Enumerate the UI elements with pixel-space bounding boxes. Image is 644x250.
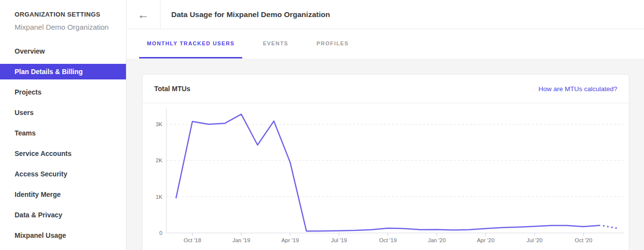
sidebar-item-identity-merge[interactable]: Identity Merge — [0, 187, 126, 202]
svg-text:1K: 1K — [156, 194, 162, 200]
tab-profiles[interactable]: PROFILES — [309, 29, 357, 58]
svg-text:Oct '18: Oct '18 — [183, 237, 201, 243]
card-header: Total MTUs How are MTUs calculated? — [143, 75, 629, 103]
svg-text:Oct '19: Oct '19 — [379, 237, 396, 243]
svg-text:0: 0 — [160, 230, 162, 236]
sidebar-nav: Overview Plan Details & Billing Projects… — [0, 43, 126, 243]
sidebar-item-teams[interactable]: Teams — [0, 125, 126, 141]
sidebar-org-name: Mixpanel Demo Organization — [0, 23, 126, 31]
sidebar-item-overview[interactable]: Overview — [0, 43, 126, 59]
svg-text:Apr '19: Apr '19 — [281, 237, 299, 243]
sidebar-item-plan-details-billing[interactable]: Plan Details & Billing — [0, 64, 126, 79]
main-panel: ← Data Usage for Mixpanel Demo Organizat… — [126, 0, 644, 250]
svg-text:2K: 2K — [156, 157, 162, 163]
mtu-line-chart: 01K2K3KOct '18Jan '19Apr '19Jul '19Oct '… — [143, 103, 629, 250]
back-arrow-icon: ← — [138, 9, 149, 20]
sidebar-item-access-security[interactable]: Access Security — [0, 166, 126, 182]
svg-text:Jul '19: Jul '19 — [331, 237, 347, 243]
tab-bar: MONTHLY TRACKED USERS EVENTS PROFILES — [126, 29, 644, 58]
tab-monthly-tracked-users[interactable]: MONTHLY TRACKED USERS — [139, 29, 242, 58]
content-area: Total MTUs How are MTUs calculated? 01K2… — [126, 58, 644, 250]
page-header: ← Data Usage for Mixpanel Demo Organizat… — [126, 0, 644, 29]
chart-area: 01K2K3KOct '18Jan '19Apr '19Jul '19Oct '… — [143, 103, 629, 250]
sidebar-item-projects[interactable]: Projects — [0, 84, 126, 100]
sidebar-section-title: ORGANIZATION SETTINGS — [0, 11, 126, 18]
svg-text:Jul '20: Jul '20 — [527, 237, 543, 243]
back-button[interactable]: ← — [126, 0, 161, 29]
sidebar: ORGANIZATION SETTINGS Mixpanel Demo Orga… — [0, 0, 126, 250]
sidebar-item-mixpanel-usage[interactable]: Mixpanel Usage — [0, 228, 126, 243]
mtu-card: Total MTUs How are MTUs calculated? 01K2… — [142, 74, 629, 250]
app-root: ORGANIZATION SETTINGS Mixpanel Demo Orga… — [0, 0, 644, 250]
svg-text:Jan '20: Jan '20 — [428, 237, 446, 243]
card-title: Total MTUs — [154, 85, 190, 93]
page-title: Data Usage for Mixpanel Demo Organizatio… — [161, 10, 330, 19]
mtu-help-link[interactable]: How are MTUs calculated? — [538, 85, 617, 93]
sidebar-item-service-accounts[interactable]: Service Accounts — [0, 146, 126, 161]
sidebar-item-data-privacy[interactable]: Data & Privacy — [0, 207, 126, 223]
svg-text:Apr '20: Apr '20 — [477, 237, 494, 243]
tab-events[interactable]: EVENTS — [255, 29, 296, 58]
sidebar-item-users[interactable]: Users — [0, 105, 126, 120]
svg-text:Jan '19: Jan '19 — [233, 237, 250, 243]
svg-text:Oct '20: Oct '20 — [574, 237, 592, 243]
svg-text:3K: 3K — [156, 121, 162, 127]
